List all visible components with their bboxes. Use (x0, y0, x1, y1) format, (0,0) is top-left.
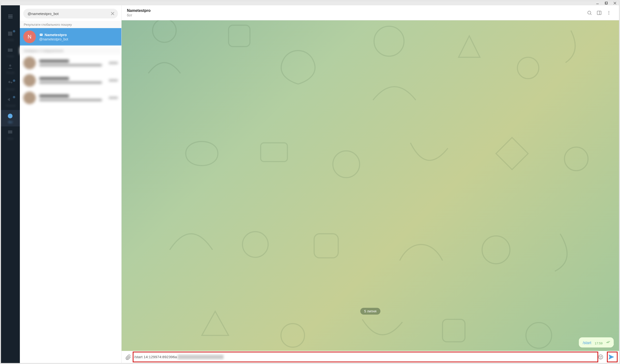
rail-item-5[interactable]: Channel (1, 93, 20, 110)
svg-point-13 (608, 11, 609, 12)
svg-rect-24 (314, 234, 338, 258)
svg-point-26 (281, 324, 304, 347)
more-menu-button[interactable] (604, 8, 614, 18)
result-title: Nametestpro (45, 33, 67, 37)
svg-point-7 (11, 115, 11, 116)
search-result-selected[interactable]: N Nametestpro @nametestpro_bot (20, 28, 121, 46)
svg-rect-27 (442, 319, 465, 342)
window-minimize-button[interactable] (596, 1, 599, 5)
window-titlebar (1, 1, 619, 5)
message-time: 17:59 (595, 341, 603, 345)
window-maximize-button[interactable] (604, 1, 608, 5)
svg-point-22 (565, 147, 588, 170)
messages-area[interactable]: 5 липня /start 17:59 (122, 20, 619, 351)
svg-point-29 (598, 355, 603, 359)
chat-header: Nametestpro бот (122, 5, 619, 20)
read-ticks-icon (606, 340, 610, 345)
svg-rect-12 (597, 11, 601, 15)
svg-point-14 (608, 12, 609, 13)
svg-point-4 (11, 82, 12, 84)
redacted-token (178, 355, 224, 359)
rail-item-2[interactable]: Folder (1, 44, 20, 61)
clear-search-icon[interactable] (110, 11, 115, 16)
rail-item-4[interactable]: Groups (1, 77, 20, 93)
svg-point-30 (600, 356, 600, 357)
svg-point-16 (153, 20, 176, 42)
chat-search-button[interactable] (585, 8, 594, 18)
search-input[interactable] (28, 12, 108, 16)
outgoing-message[interactable]: /start 17:59 (579, 337, 614, 348)
date-separator: 5 липня (360, 308, 380, 315)
message-text: /start (583, 341, 591, 345)
result-handle: @nametestpro_bot (39, 37, 68, 41)
svg-rect-17 (229, 25, 250, 46)
rail-item-7[interactable]: More (1, 126, 20, 143)
app-window: Chats Folder People Groups Channel Bot (1, 1, 619, 363)
svg-point-6 (9, 115, 10, 116)
chat-background-pattern (122, 20, 619, 351)
svg-point-9 (40, 34, 41, 35)
svg-point-28 (526, 323, 552, 348)
svg-point-19 (517, 57, 539, 78)
bot-icon (39, 33, 43, 37)
other-results-blurred: Знайдено 3 повідомлення (20, 46, 121, 106)
svg-rect-8 (40, 34, 43, 36)
svg-point-25 (482, 236, 510, 264)
list-item[interactable] (20, 89, 121, 106)
svg-point-10 (41, 34, 42, 35)
chat-list-panel: Результати глобального пошуку N Nametest… (20, 5, 122, 363)
message-composer: /start 14:129974:892396a (122, 351, 619, 363)
side-panel-button[interactable] (594, 8, 604, 18)
svg-point-2 (9, 64, 11, 67)
rail-item-bot[interactable]: Bot (1, 110, 20, 126)
svg-point-11 (588, 11, 591, 14)
rail-item-3[interactable]: People (1, 61, 20, 77)
rail-item-1[interactable]: Chats (1, 28, 20, 44)
menu-button[interactable] (8, 14, 13, 19)
svg-point-3 (8, 81, 10, 83)
svg-point-18 (374, 26, 404, 56)
emoji-button[interactable] (597, 354, 604, 360)
result-avatar: N (23, 30, 36, 43)
chat-subtitle: бот (127, 13, 585, 17)
chat-pane: Nametestpro бот (122, 5, 619, 363)
svg-point-5 (8, 114, 13, 119)
svg-point-31 (601, 356, 602, 357)
svg-point-15 (608, 14, 609, 15)
window-close-button[interactable] (613, 1, 617, 5)
left-icon-rail: Chats Folder People Groups Channel Bot (1, 5, 20, 363)
svg-point-21 (333, 151, 359, 178)
global-results-header: Результати глобального пошуку (20, 21, 121, 28)
svg-rect-20 (261, 143, 287, 162)
message-input[interactable]: /start 14:129974:892396a (134, 352, 595, 362)
search-field[interactable] (23, 9, 118, 18)
attach-button[interactable] (125, 354, 132, 360)
typed-text: /start 14:129974:892396a (134, 355, 177, 359)
svg-point-23 (242, 231, 268, 257)
list-item[interactable] (20, 72, 121, 89)
chat-title[interactable]: Nametestpro (127, 8, 585, 13)
list-item[interactable] (20, 54, 121, 72)
send-button[interactable] (606, 352, 616, 362)
